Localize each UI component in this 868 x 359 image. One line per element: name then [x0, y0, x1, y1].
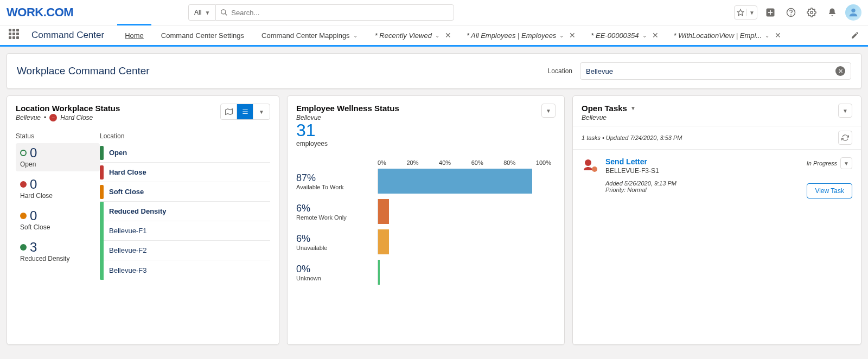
- chart-bar-row: 6%Remote Work Only: [296, 196, 556, 227]
- location-list: Open Hard Close Soft Close Reduced Densi…: [100, 143, 270, 280]
- location-row-hard[interactable]: Hard Close: [100, 163, 270, 182]
- location-input[interactable]: Bellevue ✕: [580, 62, 851, 80]
- view-toggle: ▼: [220, 104, 270, 120]
- nav-mappings[interactable]: Command Center Mappings⌄: [254, 24, 365, 46]
- location-hard-label: Hard Close: [109, 168, 146, 176]
- employee-label: employees: [296, 140, 399, 148]
- user-avatar[interactable]: [845, 4, 861, 21]
- question-icon: [786, 8, 796, 17]
- svg-marker-2: [737, 9, 744, 16]
- clear-location-button[interactable]: ✕: [835, 66, 845, 76]
- bar-category: Unknown: [296, 275, 378, 281]
- bar-fill: [378, 229, 389, 254]
- favorites-button[interactable]: ▼: [734, 5, 757, 20]
- col-status: Status: [16, 132, 100, 140]
- chevron-down-icon: ⌄: [559, 33, 564, 39]
- location-sub-row[interactable]: Bellevue-F3: [104, 260, 270, 280]
- bar-percent: 0%: [296, 264, 378, 275]
- global-header: WORK.COM All ▼ ▼: [0, 0, 868, 25]
- nav-home[interactable]: Home: [117, 24, 151, 46]
- refresh-button[interactable]: [838, 131, 852, 145]
- card3-title: Open Tasks: [582, 104, 627, 113]
- bar-fill: [378, 260, 380, 285]
- add-button[interactable]: [763, 5, 778, 20]
- chevron-down-icon: ⌄: [765, 33, 769, 39]
- card1-sub-status: Hard Close: [60, 114, 93, 121]
- status-tile-soft[interactable]: 0Soft Close: [16, 206, 100, 234]
- setup-button[interactable]: [804, 5, 819, 20]
- nav-workspace-tab[interactable]: * All Employees | Employees⌄✕: [459, 24, 583, 46]
- task-subtitle: BELLEVUE-F3-S1: [605, 167, 800, 175]
- task-added: Added 5/26/2020, 9:13 PM: [605, 180, 800, 187]
- card1-sub-location: Bellevue: [16, 114, 41, 121]
- task-type-icon: [582, 157, 599, 175]
- status-count: 0: [30, 146, 37, 159]
- bell-icon: [827, 8, 837, 17]
- bar-percent: 6%: [296, 203, 378, 214]
- chevron-down-icon: ▼: [205, 10, 210, 16]
- status-tile-open[interactable]: 0Open: [16, 143, 100, 171]
- task-menu-button[interactable]: ▼: [840, 157, 852, 169]
- open-tasks-card: Open Tasks ▼ Bellevue ▼ 1 tasks • Update…: [572, 95, 861, 345]
- task-priority: Priority: Normal: [605, 187, 800, 193]
- map-icon: [225, 108, 233, 116]
- status-tile-hard[interactable]: 0Hard Close: [16, 175, 100, 203]
- location-sub-row[interactable]: Bellevue-F2: [104, 241, 270, 260]
- nav-workspace-tab[interactable]: * WithLocationView | Empl...⌄✕: [666, 24, 789, 46]
- chevron-down-icon[interactable]: ▼: [630, 105, 636, 111]
- view-list-button[interactable]: [237, 104, 253, 119]
- app-launcher-icon[interactable]: [9, 29, 22, 42]
- status-label: Hard Close: [20, 192, 95, 200]
- card2-menu-button[interactable]: ▼: [541, 104, 556, 118]
- chevron-down-icon: ⌄: [642, 33, 647, 39]
- status-tile-reduced[interactable]: 3Reduced Density: [16, 238, 100, 266]
- svg-point-7: [791, 15, 792, 15]
- view-menu-button[interactable]: ▼: [253, 104, 270, 119]
- location-open-label: Open: [109, 149, 127, 157]
- location-label: Location: [548, 67, 572, 75]
- chevron-down-icon: ⌄: [353, 33, 358, 39]
- axis-label: 100%: [536, 159, 551, 166]
- close-icon[interactable]: ✕: [775, 31, 781, 40]
- status-dot-icon: [20, 150, 27, 156]
- svg-point-15: [592, 166, 597, 172]
- card3-menu-button[interactable]: ▼: [838, 104, 852, 118]
- nav-settings[interactable]: Command Center Settings: [154, 24, 252, 46]
- nav-workspace-tab[interactable]: * EE-00000354⌄✕: [583, 24, 666, 46]
- close-icon[interactable]: ✕: [569, 31, 576, 40]
- chevron-down-icon: ▼: [749, 10, 755, 16]
- location-sub-row[interactable]: Bellevue-F1: [104, 221, 270, 241]
- notifications-button[interactable]: [825, 5, 840, 20]
- task-status: In Progress: [807, 160, 837, 166]
- wellness-chart: 0%20%40%60%80%100% 87%Available To Work6…: [296, 159, 556, 287]
- close-icon[interactable]: ✕: [652, 31, 659, 40]
- search-input[interactable]: [231, 9, 449, 17]
- tab-label: * EE-00000354: [591, 31, 639, 40]
- view-task-button[interactable]: View Task: [807, 183, 852, 198]
- location-row-soft[interactable]: Soft Close: [100, 182, 270, 202]
- card2-title: Employee Wellness Status: [296, 104, 399, 113]
- search-scope-selector[interactable]: All ▼: [188, 4, 215, 21]
- page-header: Workplace Command Center Location Bellev…: [7, 53, 861, 89]
- search-scope-label: All: [194, 9, 201, 16]
- wellness-card: Employee Wellness Status Bellevue 31 emp…: [287, 95, 565, 345]
- avatar-icon: [847, 7, 859, 18]
- nav-workspace-tab[interactable]: * Recently Viewed⌄✕: [367, 24, 459, 46]
- search-box[interactable]: [215, 4, 454, 21]
- bar-fill: [378, 169, 532, 194]
- axis-label: 40%: [439, 159, 451, 166]
- status-count: 0: [30, 178, 37, 191]
- svg-marker-10: [225, 109, 232, 115]
- help-button[interactable]: [783, 5, 799, 20]
- close-icon[interactable]: ✕: [445, 31, 451, 40]
- location-row-reduced[interactable]: Reduced Density: [104, 202, 270, 221]
- location-row-open[interactable]: Open: [100, 143, 270, 163]
- brand-logo: WORK.COM: [7, 5, 73, 20]
- svg-point-9: [851, 9, 855, 12]
- view-map-button[interactable]: [221, 104, 237, 119]
- bar-category: Available To Work: [296, 184, 378, 190]
- task-title-link[interactable]: Send Letter: [605, 157, 800, 166]
- edit-nav-button[interactable]: [851, 31, 859, 40]
- status-count: 3: [30, 241, 37, 254]
- status-count: 0: [30, 209, 37, 222]
